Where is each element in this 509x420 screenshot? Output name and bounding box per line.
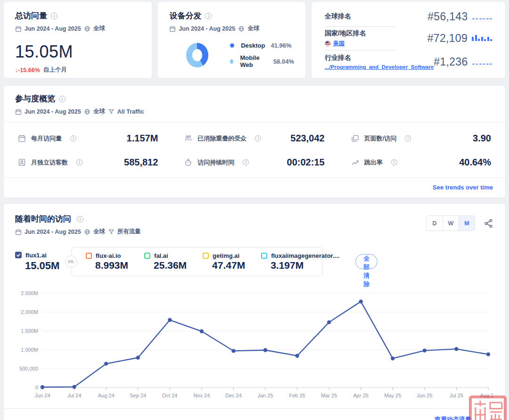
filter-icon — [108, 229, 115, 235]
person-badge-icon — [18, 158, 26, 166]
granularity-day-button[interactable]: D — [427, 216, 443, 231]
svg-text:2.500M: 2.500M — [21, 290, 38, 296]
info-icon[interactable]: i — [76, 159, 82, 165]
global-rank-sparkline — [472, 13, 493, 20]
stopwatch-icon — [184, 158, 192, 166]
info-icon[interactable]: i — [77, 216, 83, 222]
filter-icon — [108, 108, 115, 115]
share-icon[interactable] — [484, 218, 494, 229]
competitor-item[interactable]: fal.ai 25.36M — [144, 252, 187, 271]
competitor-item[interactable]: flux-ai.io 8.993M — [86, 252, 128, 271]
main-site-item[interactable]: flux1.ai 15.05M — [15, 252, 60, 272]
calendar-icon — [15, 108, 22, 115]
legend-item-mobile-web: Mobile Web 58.04% — [230, 54, 294, 68]
industry-category-link[interactable]: .../Programming_and_Developer_Software — [325, 64, 434, 70]
date-range: Jun 2024 - Aug 2025 — [179, 25, 235, 32]
info-icon[interactable]: i — [243, 159, 249, 165]
info-icon[interactable]: i — [205, 13, 212, 19]
svg-text:Feb 25: Feb 25 — [289, 393, 305, 398]
svg-text:Jan 25: Jan 25 — [257, 393, 273, 398]
country-link[interactable]: 美国 — [333, 40, 345, 48]
info-icon[interactable]: i — [405, 135, 411, 141]
competitors-box: flux-ai.io 8.993M fal.ai 25.36M getimg.a… — [71, 247, 323, 276]
vs-badge: VS. — [65, 255, 77, 268]
granularity-toggle: D W M — [426, 215, 475, 231]
metric-pages-per-visit: 页面数/访问 i 3.90 — [351, 126, 491, 150]
legend-item-desktop: Desktop 41.96% — [230, 42, 294, 49]
svg-text:Jun 24: Jun 24 — [34, 393, 50, 398]
metric-deduplicated-audience: 已消除重叠的受众 i 523,042 — [184, 126, 324, 150]
top-cards-row: 总访问量 i Jun 2024 - Aug 2025 全球 15.05M ↓-1… — [0, 0, 509, 78]
svg-text:0: 0 — [35, 385, 38, 390]
industry-rank-row: 行业排名 .../Programming_and_Developer_Softw… — [325, 50, 492, 74]
engagement-title: 参与度概览 — [15, 93, 55, 104]
mobile-web-dot — [230, 59, 233, 64]
svg-text:Nov 24: Nov 24 — [193, 393, 210, 398]
region-label: 全球 — [93, 25, 105, 33]
info-icon[interactable]: i — [70, 135, 76, 141]
industry-rank-value: #1,236 — [434, 56, 468, 68]
svg-text:Dec 24: Dec 24 — [225, 393, 242, 398]
total-visits-title: 总访问量 — [15, 10, 47, 21]
footer-divider — [4, 408, 505, 409]
svg-text:Sep 24: Sep 24 — [130, 393, 146, 398]
calendar-icon — [18, 134, 26, 142]
svg-text:2.000M: 2.000M — [21, 309, 38, 315]
info-icon[interactable]: i — [51, 13, 57, 19]
metric-visit-duration: 访问持续时间 i 00:02:15 — [184, 150, 324, 174]
unchecked-checkbox-icon[interactable] — [86, 253, 92, 259]
svg-text:Jul 24: Jul 24 — [67, 393, 81, 398]
svg-text:1.000M: 1.000M — [21, 347, 38, 353]
rankings-card: 全球排名 #56,143 国家/地区排名 美国 #72,109 行业排名 — [312, 2, 505, 78]
engagement-overview-card: 参与度概览 i Jun 2024 - Aug 2025 全球 All Traff… — [4, 86, 505, 198]
competitor-item[interactable]: fluxaiimagegenerator.... 3.197M — [261, 252, 339, 271]
change-label: 自上个月 — [43, 66, 67, 74]
globe-icon — [238, 25, 245, 32]
line-chart-svg: 0500,0001.000M1.500M2.000M2.500MJun 24Ju… — [15, 288, 493, 404]
clear-all-button[interactable]: 全部清除 — [355, 254, 378, 269]
calendar-icon — [169, 25, 176, 32]
global-rank-row: 全球排名 #56,143 — [325, 7, 492, 26]
traffic-label: All Traffic — [117, 108, 144, 115]
info-icon[interactable]: i — [59, 96, 66, 102]
bounce-icon — [351, 158, 359, 166]
unchecked-checkbox-icon[interactable] — [261, 253, 267, 259]
metric-bounce-rate: 跳出率 i 40.64% — [351, 150, 491, 174]
global-rank-value: #56,143 — [427, 10, 468, 23]
main-site-value: 15.05M — [15, 260, 60, 272]
checked-checkbox-icon[interactable] — [15, 252, 22, 258]
globe-icon — [84, 25, 90, 32]
svg-text:Aug 25: Aug 25 — [480, 393, 493, 398]
region-label: 全球 — [93, 107, 105, 115]
dynamic-traffic-link[interactable]: 查看动态流量 — [435, 416, 471, 420]
see-trends-link[interactable]: See trends over time — [433, 184, 493, 191]
svg-text:Jul 25: Jul 25 — [450, 393, 463, 398]
country-rank-row: 国家/地区排名 美国 #72,109 — [325, 26, 492, 50]
date-range: Jun 2024 - Aug 2025 — [25, 108, 81, 115]
donut-hole — [192, 49, 202, 61]
pages-icon — [351, 134, 359, 142]
metric-monthly-visits: 每月访问量 i 1.157M — [18, 126, 158, 150]
competitor-item[interactable]: getimg.ai 47.47M — [203, 252, 245, 271]
industry-rank-sparkline — [472, 58, 493, 66]
metric-monthly-unique-visitors: 月独立访客数 i 585,812 — [18, 150, 158, 174]
info-icon[interactable]: i — [391, 159, 397, 165]
globe-icon — [84, 229, 90, 235]
total-visits-card: 总访问量 i Jun 2024 - Aug 2025 全球 15.05M ↓-1… — [4, 2, 152, 78]
country-rank-value: #72,109 — [427, 32, 468, 45]
date-range: Jun 2024 - Aug 2025 — [25, 229, 81, 235]
calendar-icon — [15, 229, 22, 235]
svg-text:Jun 25: Jun 25 — [417, 393, 432, 398]
visits-over-time-card: 随着时间的访问 i Jun 2024 - Aug 2025 全球 所有流量 D … — [4, 204, 505, 420]
svg-text:500,000: 500,000 — [19, 366, 38, 371]
svg-text:1.500M: 1.500M — [21, 328, 38, 334]
info-icon[interactable]: i — [255, 135, 261, 141]
change-percent: ↓-15.66% — [15, 67, 40, 74]
unchecked-checkbox-icon[interactable] — [203, 253, 209, 259]
us-flag-icon — [325, 41, 331, 47]
granularity-week-button[interactable]: W — [443, 216, 459, 231]
unchecked-checkbox-icon[interactable] — [144, 253, 150, 259]
desktop-dot — [230, 43, 234, 48]
total-visits-value: 15.05M — [15, 42, 140, 62]
granularity-month-button[interactable]: M — [459, 216, 475, 231]
